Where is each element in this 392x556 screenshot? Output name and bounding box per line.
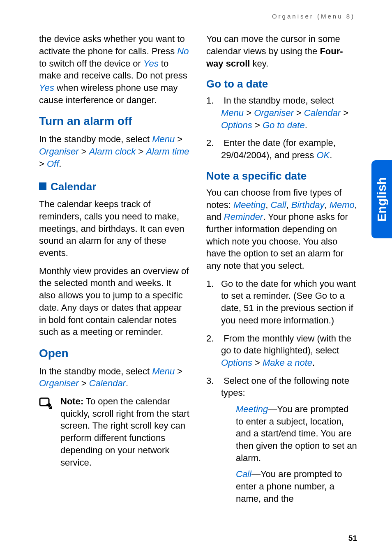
right-column: You can move the cursor in some calendar…	[206, 33, 357, 510]
key-menu: Menu	[152, 134, 175, 144]
list-item: Go to the date for which you want to set…	[206, 278, 357, 327]
text: In the standby mode, select	[39, 134, 152, 144]
paragraph-calendar-1: The calendar keeps track of reminders, c…	[39, 198, 190, 259]
text: the device asks whether you want to acti…	[39, 34, 185, 56]
key-no: No	[177, 46, 189, 56]
text: >	[244, 108, 254, 118]
key-meeting: Meeting	[236, 404, 268, 414]
key-yes: Yes	[143, 58, 159, 69]
heading-note-specific-date: Note a specific date	[206, 169, 357, 183]
key-calendar: Calendar	[89, 378, 126, 388]
heading-go-to-date: Go to a date	[206, 77, 357, 91]
text: From the monthly view (with the go to da…	[221, 333, 351, 356]
key-organiser: Organiser	[39, 146, 79, 157]
key-yes: Yes	[39, 83, 54, 93]
paragraph-open: In the standby mode, select Menu > Organ…	[39, 365, 190, 390]
text: In the standby mode, select	[39, 366, 152, 376]
key-go-to-date: Go to date	[263, 120, 305, 130]
key-menu: Menu	[152, 366, 175, 376]
text: to switch off the device or	[39, 58, 143, 69]
two-column-layout: the device asks whether you want to acti…	[39, 33, 357, 510]
paragraph-note-types: You can choose from five types of notes:…	[206, 187, 357, 272]
text: when wireless phone use may cause interf…	[39, 83, 178, 105]
key-options: Options	[221, 358, 252, 368]
list-item: Select one of the following note types: …	[206, 375, 357, 505]
text: >	[252, 120, 263, 130]
text: >	[79, 378, 89, 388]
text: Select one of the following note types:	[221, 376, 349, 398]
key-organiser: Organiser	[254, 108, 294, 118]
language-tab: English	[371, 160, 392, 238]
text: >	[252, 358, 263, 368]
key-calendar: Calendar	[304, 108, 341, 118]
key-menu: Menu	[221, 108, 244, 118]
note-label: Note:	[60, 396, 83, 406]
text: .	[305, 120, 307, 130]
key-options: Options	[221, 120, 252, 130]
heading-calendar: Calendar	[51, 180, 96, 193]
key-alarm-clock: Alarm clock	[89, 146, 136, 157]
list-note-date: Go to the date for which you want to set…	[206, 278, 357, 505]
text: ,	[324, 200, 329, 210]
text: >	[39, 159, 47, 169]
key-meeting: Meeting	[233, 200, 265, 210]
key-organiser: Organiser	[39, 378, 79, 388]
note-icon	[39, 397, 55, 413]
key-memo: Memo	[330, 200, 355, 210]
paragraph-turn-off: In the standby mode, select Menu > Organ…	[39, 133, 190, 170]
note-block: Note: To open the calendar quickly, scro…	[39, 395, 190, 474]
text: >	[341, 108, 348, 118]
key-make-a-note: Make a note	[263, 358, 312, 368]
section-square-icon	[39, 182, 46, 190]
text: >	[136, 146, 146, 157]
key-reminder: Reminder	[224, 212, 263, 222]
text: .	[312, 358, 315, 368]
paragraph-cursor: You can move the cursor in some calendar…	[206, 33, 357, 69]
heading-open: Open	[39, 346, 190, 361]
text: >	[79, 146, 89, 157]
text: .	[330, 150, 332, 160]
heading-turn-alarm-off: Turn an alarm off	[39, 113, 190, 129]
note-type-call: Call—You are prompted to enter a phone n…	[221, 468, 357, 505]
text: .	[126, 378, 128, 388]
list-item: Enter the date (for example, 29/04/2004)…	[206, 137, 357, 161]
text: ,	[265, 200, 270, 210]
section-heading-calendar: Calendar	[39, 180, 190, 194]
key-call: Call	[271, 200, 286, 210]
key-birthday: Birthday	[291, 200, 325, 210]
text: .	[59, 159, 61, 169]
page-header: Organiser (Menu 8)	[39, 12, 357, 21]
key-off: Off	[47, 159, 59, 169]
text: >	[175, 366, 182, 376]
left-column: the device asks whether you want to acti…	[39, 33, 190, 510]
list-item: From the monthly view (with the go to da…	[206, 332, 357, 369]
note-text: Note: To open the calendar quickly, scro…	[60, 395, 190, 468]
text: —You are prompted to enter a phone numbe…	[236, 469, 342, 503]
note-type-meeting: Meeting—You are prompted to enter a subj…	[221, 403, 357, 464]
paragraph-calendar-2: Monthly view provides an overview of the…	[39, 265, 190, 338]
language-tab-label: English	[374, 177, 390, 221]
text: ,	[286, 200, 291, 210]
key-ok: OK	[316, 150, 330, 160]
key-call: Call	[236, 469, 251, 479]
list-item: In the standby mode, select Menu > Organ…	[206, 95, 357, 131]
text: >	[294, 108, 304, 118]
key-alarm-time: Alarm time	[146, 146, 189, 157]
text: In the standby mode, select	[224, 95, 334, 106]
paragraph-intro: the device asks whether you want to acti…	[39, 33, 190, 106]
text: To open the calendar quickly, scroll rig…	[60, 396, 189, 467]
list-go-to-date: In the standby mode, select Menu > Organ…	[206, 95, 357, 161]
text: key.	[250, 58, 268, 69]
page-number: 51	[348, 533, 357, 544]
text: >	[175, 134, 182, 144]
